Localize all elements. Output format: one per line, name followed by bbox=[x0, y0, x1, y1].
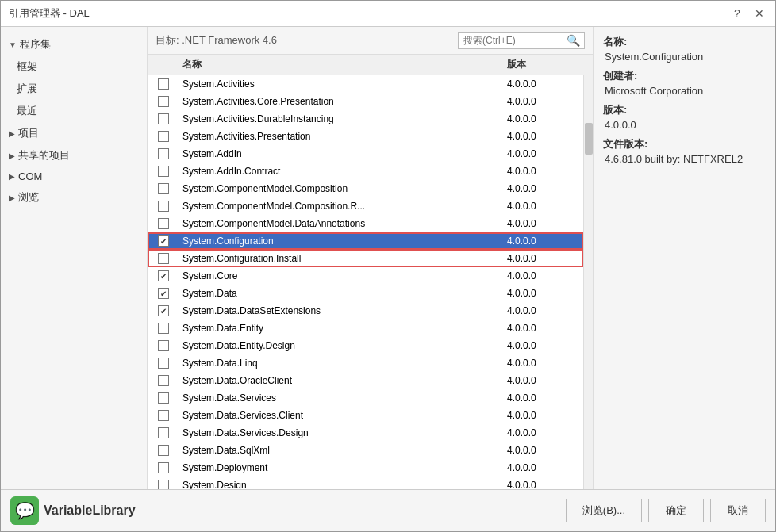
sidebar-section-projects[interactable]: ▶ 项目 bbox=[1, 122, 147, 144]
row-checkbox[interactable] bbox=[148, 410, 179, 421]
table-row[interactable]: System.ComponentModel.Composition4.0.0.0 bbox=[148, 180, 583, 197]
table-row[interactable]: System.Design4.0.0.0 bbox=[148, 477, 583, 489]
row-checkbox[interactable] bbox=[148, 375, 179, 386]
table-row[interactable]: System.Data.Entity.Design4.0.0.0 bbox=[148, 337, 583, 354]
table-row[interactable]: System.Data.SqlXml4.0.0.0 bbox=[148, 442, 583, 459]
com-label: COM bbox=[18, 170, 42, 182]
checkbox-icon[interactable] bbox=[158, 375, 169, 386]
table-row[interactable]: System.Data.DataSetExtensions4.0.0.0 bbox=[148, 302, 583, 320]
table-row[interactable]: System.ComponentModel.Composition.R...4.… bbox=[148, 197, 583, 215]
row-checkbox[interactable] bbox=[148, 131, 179, 142]
table-row[interactable]: System.ComponentModel.DataAnnotations4.0… bbox=[148, 215, 583, 232]
sidebar-item-extensions[interactable]: 扩展 bbox=[1, 78, 147, 100]
checkbox-icon[interactable] bbox=[158, 480, 169, 489]
row-checkbox[interactable] bbox=[148, 392, 179, 404]
row-checkbox[interactable] bbox=[148, 183, 179, 194]
checkbox-icon[interactable] bbox=[158, 410, 169, 421]
sidebar-section-assemblies[interactable]: ▼ 程序集 bbox=[1, 33, 147, 55]
row-checkbox[interactable] bbox=[148, 113, 179, 124]
table-row[interactable]: System.Deployment4.0.0.0 bbox=[148, 459, 583, 477]
checkbox-icon[interactable] bbox=[158, 218, 169, 229]
checkbox-icon[interactable] bbox=[158, 78, 169, 90]
table-row[interactable]: System.Activities4.0.0.0 bbox=[148, 75, 583, 93]
table-row[interactable]: System.Data.Entity4.0.0.0 bbox=[148, 320, 583, 337]
checkbox-icon[interactable] bbox=[158, 96, 169, 107]
row-name: System.Data.Entity.Design bbox=[179, 340, 504, 351]
row-checkbox[interactable] bbox=[148, 235, 179, 247]
checkbox-icon[interactable] bbox=[158, 131, 169, 142]
cancel-button[interactable]: 取消 bbox=[710, 499, 766, 522]
checkbox-icon[interactable] bbox=[158, 340, 169, 351]
info-file-version-value: 4.6.81.0 built by: NETFXREL2 bbox=[603, 153, 766, 165]
row-name: System.AddIn bbox=[179, 148, 504, 159]
row-checkbox[interactable] bbox=[148, 427, 179, 438]
search-input[interactable] bbox=[463, 35, 567, 46]
info-creator-value: Microsoft Corporation bbox=[603, 85, 766, 97]
checkbox-icon[interactable] bbox=[158, 148, 169, 159]
checkbox-icon[interactable] bbox=[158, 427, 169, 438]
row-checkbox[interactable] bbox=[148, 218, 179, 229]
search-box[interactable]: 🔍 bbox=[458, 32, 585, 49]
checkbox-icon[interactable] bbox=[158, 392, 169, 404]
row-checkbox[interactable] bbox=[148, 148, 179, 159]
browse-button[interactable]: 浏览(B)... bbox=[566, 499, 642, 522]
checkbox-icon[interactable] bbox=[158, 358, 169, 369]
checkbox-icon[interactable] bbox=[158, 201, 169, 212]
title-controls: ? ✕ bbox=[729, 6, 767, 21]
help-button[interactable]: ? bbox=[729, 6, 745, 21]
table-row[interactable]: System.Configuration4.0.0.0 bbox=[148, 232, 583, 250]
table-row[interactable]: System.AddIn4.0.0.0 bbox=[148, 145, 583, 163]
checkbox-icon[interactable] bbox=[158, 235, 169, 247]
table-row[interactable]: System.Core4.0.0.0 bbox=[148, 267, 583, 285]
row-checkbox[interactable] bbox=[148, 201, 179, 212]
checkbox-icon[interactable] bbox=[158, 288, 169, 299]
row-checkbox[interactable] bbox=[148, 166, 179, 177]
table-row[interactable]: System.Activities.DurableInstancing4.0.0… bbox=[148, 110, 583, 128]
row-checkbox[interactable] bbox=[148, 358, 179, 369]
checkbox-icon[interactable] bbox=[158, 113, 169, 124]
sidebar-section-com[interactable]: ▶ COM bbox=[1, 166, 147, 186]
row-checkbox[interactable] bbox=[148, 305, 179, 316]
row-checkbox[interactable] bbox=[148, 445, 179, 456]
row-checkbox[interactable] bbox=[148, 270, 179, 281]
table-row[interactable]: System.Data.Services.Design4.0.0.0 bbox=[148, 424, 583, 442]
checkbox-icon[interactable] bbox=[158, 166, 169, 177]
table-row[interactable]: System.Activities.Core.Presentation4.0.0… bbox=[148, 93, 583, 110]
table-row[interactable]: System.Data4.0.0.0 bbox=[148, 285, 583, 302]
checkbox-icon[interactable] bbox=[158, 305, 169, 316]
checkbox-icon[interactable] bbox=[158, 270, 169, 281]
checkbox-icon[interactable] bbox=[158, 462, 169, 473]
checkbox-icon[interactable] bbox=[158, 445, 169, 456]
table-row[interactable]: System.Data.Services4.0.0.0 bbox=[148, 389, 583, 407]
row-checkbox[interactable] bbox=[148, 462, 179, 473]
checkbox-icon[interactable] bbox=[158, 183, 169, 194]
sidebar-item-recent[interactable]: 最近 bbox=[1, 100, 147, 122]
ok-button[interactable]: 确定 bbox=[648, 499, 704, 522]
table-row[interactable]: System.Data.Linq4.0.0.0 bbox=[148, 354, 583, 372]
row-checkbox[interactable] bbox=[148, 323, 179, 334]
table-row[interactable]: System.Activities.Presentation4.0.0.0 bbox=[148, 128, 583, 145]
table-row[interactable]: System.AddIn.Contract4.0.0.0 bbox=[148, 163, 583, 180]
row-checkbox[interactable] bbox=[148, 288, 179, 299]
row-checkbox[interactable] bbox=[148, 78, 179, 90]
row-name: System.Data.SqlXml bbox=[179, 445, 504, 456]
table-row[interactable]: System.Data.Services.Client4.0.0.0 bbox=[148, 407, 583, 424]
sidebar-section-shared[interactable]: ▶ 共享的项目 bbox=[1, 144, 147, 166]
table-row[interactable]: System.Configuration.Install4.0.0.0 bbox=[148, 250, 583, 267]
sidebar-item-framework[interactable]: 框架 bbox=[1, 55, 147, 78]
checkbox-icon[interactable] bbox=[158, 253, 169, 264]
scrollbar-thumb[interactable] bbox=[585, 123, 593, 155]
sidebar-section-browse[interactable]: ▶ 浏览 bbox=[1, 186, 147, 209]
row-version: 4.0.0.0 bbox=[504, 96, 583, 107]
scrollbar-track[interactable] bbox=[583, 75, 593, 489]
row-checkbox[interactable] bbox=[148, 96, 179, 107]
checkbox-icon[interactable] bbox=[158, 323, 169, 334]
row-version: 4.0.0.0 bbox=[504, 462, 583, 473]
close-button[interactable]: ✕ bbox=[751, 6, 767, 21]
table-row[interactable]: System.Data.OracleClient4.0.0.0 bbox=[148, 372, 583, 389]
row-checkbox[interactable] bbox=[148, 253, 179, 264]
row-version: 4.0.0.0 bbox=[504, 113, 583, 124]
row-checkbox[interactable] bbox=[148, 480, 179, 489]
row-checkbox[interactable] bbox=[148, 340, 179, 351]
row-version: 4.0.0.0 bbox=[504, 445, 583, 456]
